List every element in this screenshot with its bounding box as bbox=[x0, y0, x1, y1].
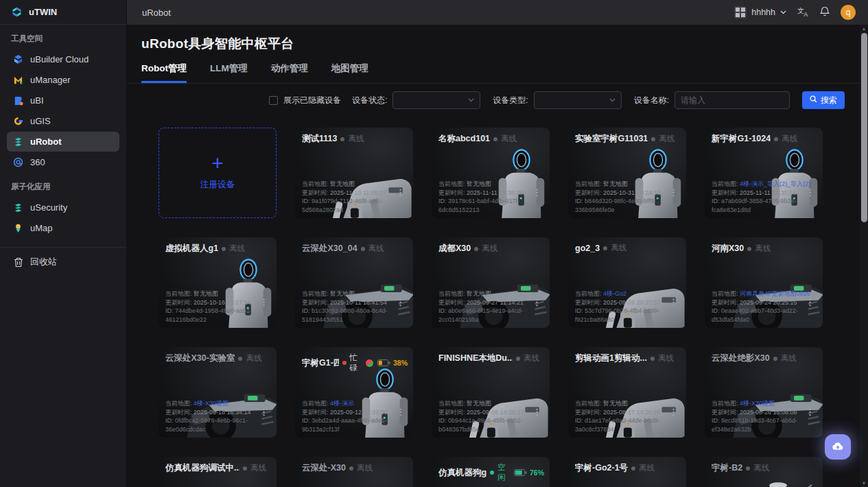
scrollbar-thumb[interactable] bbox=[861, 33, 867, 222]
bell-icon[interactable] bbox=[820, 6, 830, 19]
robot-card[interactable]: 成都X30 离线 当前地图: 暂无地图 更新时间: 2025-09-27 11:… bbox=[432, 237, 550, 328]
device-status-select[interactable] bbox=[392, 91, 480, 109]
card-menu-button[interactable]: ⋮ bbox=[530, 186, 544, 199]
updated-label: 更新时间: bbox=[712, 189, 738, 196]
card-menu-button[interactable]: ⋮ bbox=[666, 186, 681, 199]
tab-action[interactable]: 动作管理 bbox=[271, 62, 308, 83]
show-hidden-checkbox[interactable] bbox=[269, 96, 278, 105]
updated-value: 2025-09-18 16:34:14 bbox=[193, 409, 251, 416]
robot-card[interactable]: 云深处-X30 离线 ⋮ bbox=[295, 457, 413, 487]
robot-card[interactable]: 测试1113 离线 当前地图: 暂无地图 更新时间: 2025-11-13 11… bbox=[295, 128, 413, 218]
robot-card[interactable]: 实验室宇树G11031 离线 当前地图: 暂无地图 更新时间: 2025-10-… bbox=[568, 128, 686, 218]
robot-name: 名称abcd101 bbox=[438, 133, 490, 145]
map-value[interactable]: 4楼-演示 bbox=[330, 400, 354, 407]
device-name-input[interactable] bbox=[675, 91, 790, 109]
card-menu-button[interactable]: ⋮ bbox=[393, 296, 408, 309]
robot-card[interactable]: 名称abcd101 离线 当前地图: 暂无地图 更新时间: 2025-11-11… bbox=[432, 128, 550, 218]
logo-row[interactable]: uTWIN bbox=[0, 0, 126, 25]
breadcrumb: uRobot bbox=[142, 8, 171, 18]
robot-card[interactable]: 宇树-Go2-1号 离线 ⋮ bbox=[568, 457, 686, 487]
register-device-card[interactable]: + 注册设备 bbox=[159, 128, 277, 218]
tab-map[interactable]: 地图管理 bbox=[331, 62, 368, 83]
card-meta: 当前地图: 河南具身4F更新地图0926 更新时间: 2025-09-24 20… bbox=[712, 289, 817, 324]
status-label: 离线 bbox=[659, 134, 675, 144]
robot-card[interactable]: 宇树-B2 离线 ⋮ bbox=[705, 457, 823, 487]
vertical-scrollbar[interactable]: ▲ ▼ bbox=[860, 25, 868, 487]
search-button[interactable]: 搜索 bbox=[802, 91, 845, 109]
id-label: ID: bbox=[712, 198, 720, 204]
updated-label: 更新时间: bbox=[302, 189, 329, 196]
card-meta: 当前地图: 暂无地图 更新时间: 2025-10-16 10:27:14 ID:… bbox=[165, 289, 271, 324]
card-header: 仿真机器狗go2 空闲 76% bbox=[438, 462, 544, 483]
map-value: 暂无地图 bbox=[603, 180, 628, 187]
scroll-up-arrow[interactable]: ▲ bbox=[860, 26, 868, 31]
updated-label: 更新时间: bbox=[575, 409, 602, 416]
card-menu-button[interactable]: ⋮ bbox=[803, 186, 817, 199]
card-menu-button[interactable]: ⋮ bbox=[666, 405, 681, 418]
sidebar-item-recycle-bin[interactable]: 回收站 bbox=[0, 248, 126, 276]
robot-card[interactable]: 宇树G1-四川 忙碌 38% 当前地图: 4楼-演示 更新时间: 2025-09… bbox=[295, 347, 413, 438]
device-type-select[interactable] bbox=[534, 91, 622, 109]
card-menu-button[interactable]: ⋮ bbox=[393, 186, 408, 199]
card-menu-button[interactable]: ⋮ bbox=[803, 405, 817, 418]
robot-card[interactable]: 仿真机器狗go2 空闲 76% ⋮ bbox=[432, 457, 550, 487]
id-value: 744dbe4d-1958-49a0-aa51-461216bd0e22 bbox=[165, 307, 252, 323]
sidebar-item-umanager[interactable]: uManager bbox=[7, 70, 119, 90]
card-header: 虚拟机器人g1 离线 bbox=[165, 243, 271, 254]
card-header: 名称abcd101 离线 bbox=[438, 133, 544, 145]
robot-card[interactable]: 河南X30 离线 当前地图: 河南具身4F更新地图0926 更新时间: 2025… bbox=[705, 237, 823, 328]
robot-card[interactable]: 虚拟机器人g1 离线 当前地图: 暂无地图 更新时间: 2025-10-16 1… bbox=[159, 237, 277, 328]
scroll-down-arrow[interactable]: ▼ bbox=[860, 481, 868, 486]
updated-value: 2025-11-11 10:35:18 bbox=[740, 189, 796, 196]
updated-label: 更新时间: bbox=[712, 409, 738, 416]
card-menu-button[interactable]: ⋮ bbox=[257, 405, 271, 418]
robot-card[interactable]: 仿真机器狗调试中... 离线 ⋮ bbox=[159, 457, 277, 487]
cloud-upload-button[interactable] bbox=[825, 434, 851, 460]
sidebar-item-ubuilder-cloud[interactable]: uBuilder Cloud bbox=[7, 49, 119, 69]
card-menu-button[interactable]: ⋮ bbox=[257, 296, 271, 309]
card-menu-button[interactable]: ⋮ bbox=[530, 405, 544, 418]
tab-llm[interactable]: LLM管理 bbox=[210, 62, 248, 83]
sidebar-item-ugis[interactable]: uGIS bbox=[7, 111, 119, 131]
robot-card[interactable]: 新宇树G1-1024 离线 当前地图: 4楼-演示_导入(2)_导入(2) 更新… bbox=[705, 128, 823, 218]
robot-card[interactable]: 云深处X30_04 离线 当前地图: 暂无地图 更新时间: 2025-10-11… bbox=[295, 237, 413, 328]
workspace-switcher[interactable]: hhhhh bbox=[734, 6, 786, 19]
sidebar-item-urobot[interactable]: uRobot bbox=[7, 132, 119, 152]
card-menu-button[interactable]: ⋮ bbox=[803, 296, 817, 309]
sidebar-item-360[interactable]: 360 bbox=[7, 152, 119, 172]
map-value[interactable]: 4楼-Go2 bbox=[603, 290, 626, 297]
sidebar-item-label: uBI bbox=[30, 95, 44, 106]
chevron-down-icon bbox=[780, 10, 786, 14]
id-label: ID: bbox=[712, 417, 720, 424]
map-value[interactable]: 4楼-X30建图 bbox=[740, 400, 775, 407]
tab-robot[interactable]: Robot管理 bbox=[141, 62, 187, 83]
card-menu-button[interactable]: ⋮ bbox=[530, 296, 544, 309]
translate-icon[interactable]: 文A bbox=[797, 6, 809, 19]
map-value: 暂无地图 bbox=[467, 400, 491, 407]
map-value[interactable]: 河南具身4F更新地图0926 bbox=[740, 290, 810, 297]
robot-card[interactable]: go2_3 离线 当前地图: 4楼-Go2 更新时间: 2025-09-28 2… bbox=[568, 237, 686, 328]
map-value: 暂无地图 bbox=[603, 400, 628, 407]
map-value[interactable]: 4楼-演示_导入(2)_导入(2) bbox=[740, 180, 810, 187]
robot-card[interactable]: 云深处绝影X30 离线 当前地图: 4楼-X30建图 更新时间: 2025-08… bbox=[705, 347, 823, 438]
card-header: 仿真机器狗调试中... 离线 bbox=[165, 462, 271, 474]
card-menu-button[interactable]: ⋮ bbox=[393, 405, 408, 418]
robot-card[interactable]: 云深处X30-实验室 离线 当前地图: 4楼-X30建图 更新时间: 2025-… bbox=[159, 347, 277, 438]
id-label: ID: bbox=[302, 307, 310, 314]
sidebar-item-umap[interactable]: uMap bbox=[7, 218, 119, 238]
avatar[interactable]: q bbox=[841, 5, 856, 20]
robot-name: 宇树-Go2-1号 bbox=[575, 462, 628, 474]
sidebar-item-ubi[interactable]: uBI bbox=[7, 91, 119, 110]
map-value[interactable]: 4楼-X30建图 bbox=[193, 400, 228, 407]
robot-card[interactable]: 剪辑动画1剪辑动... 离线 当前地图: 暂无地图 更新时间: 2025-08-… bbox=[568, 347, 686, 438]
show-hidden-label[interactable]: 展示已隐藏设备 bbox=[283, 95, 341, 106]
sidebar-item-label: uBuilder Cloud bbox=[30, 54, 89, 64]
card-menu-button[interactable]: ⋮ bbox=[666, 296, 681, 309]
robot-card[interactable]: FINISHNE本地Du... 离线 当前地图: 暂无地图 更新时间: 2025… bbox=[432, 347, 550, 438]
status-label: 离线 bbox=[348, 134, 364, 144]
card-meta: 当前地图: 暂无地图 更新时间: 2025-09-27 11:14:21 ID:… bbox=[438, 289, 544, 324]
sidebar-item-usecurity[interactable]: uSecurity bbox=[7, 198, 119, 217]
map-label: 当前地图: bbox=[575, 180, 602, 187]
status-dot bbox=[342, 361, 347, 365]
card-header: 河南X30 离线 bbox=[712, 243, 817, 254]
